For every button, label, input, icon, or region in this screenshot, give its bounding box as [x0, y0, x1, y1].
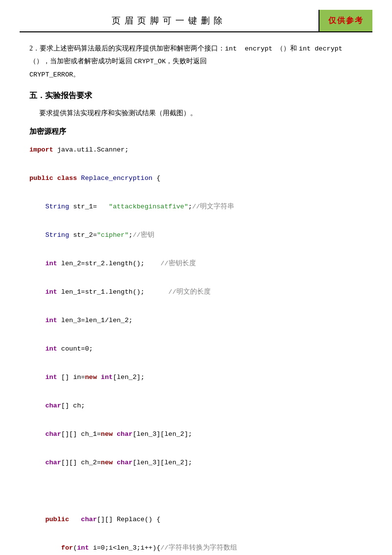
code-line-blank9	[29, 385, 363, 398]
code-line-ch1: char[][] ch_1=new char[len_3][len_2];	[29, 428, 363, 441]
code-line-len1: int len_1=str_1.length(); //明文的长度	[29, 285, 363, 299]
code-line-blank6	[29, 300, 363, 313]
header-title: 页眉页脚可一键删除	[20, 10, 318, 31]
code-block: import java.util.Scanner; public class R…	[29, 143, 363, 555]
code-line-import: import java.util.Scanner;	[29, 143, 363, 156]
code-line-str2: String str_2="cipher";//密钥	[29, 228, 363, 242]
main-content: 2．要求上述密码算法最后的实现程序提供加密和解密两个接口：int encrypt…	[0, 42, 392, 555]
code-line-blank15	[29, 527, 363, 540]
code-line-method: public char[][] Replace() {	[29, 513, 363, 526]
code-line-blank14	[29, 499, 363, 512]
page-container: 页眉页脚可一键删除 仅供参考 2．要求上述密码算法最后的实现程序提供加密和解密两…	[0, 10, 392, 555]
code-line-blank13	[29, 484, 363, 498]
paragraph-2: 2．要求上述密码算法最后的实现程序提供加密和解密两个接口：int encrypt…	[29, 42, 363, 81]
section-5-text: 要求提供算法实现程序和实验测试结果（用截图）。	[39, 107, 363, 119]
code-line-blank4	[29, 243, 363, 256]
code-line-str1: String str_1= "attackbeginsatfive";//明文字…	[29, 200, 363, 213]
header-badge: 仅供参考	[318, 10, 372, 31]
code-line-blank11	[29, 442, 363, 455]
code-line-blank8	[29, 356, 363, 370]
code-line-blank3	[29, 214, 363, 227]
code-heading: 加密源程序	[29, 127, 363, 136]
code-line-blank5	[29, 271, 363, 284]
code-line-len2: int len_2=str_2.length(); //密钥长度	[29, 257, 363, 270]
code-line-blank1	[29, 157, 363, 171]
page-header: 页眉页脚可一键删除 仅供参考	[20, 10, 372, 32]
code-line-in: int [] in=new int[len_2];	[29, 371, 363, 384]
section-5-heading: 五．实验报告要求	[29, 91, 363, 101]
code-line-blank7	[29, 328, 363, 341]
code-line-len3: int len_3=len_1/len_2;	[29, 314, 363, 327]
code-line-count: int count=0;	[29, 342, 363, 355]
code-line-ch2: char[][] ch_2=new char[len_3][len_2];	[29, 456, 363, 469]
code-line-class: public class Replace_encryption {	[29, 172, 363, 185]
code-line-ch: char[] ch;	[29, 399, 363, 412]
code-line-blank2	[29, 186, 363, 199]
code-line-for: for(int i=0;i<len_3;i++){//字符串转换为字符数组	[29, 541, 363, 555]
code-line-blank10	[29, 413, 363, 427]
code-line-blank12	[29, 470, 363, 483]
